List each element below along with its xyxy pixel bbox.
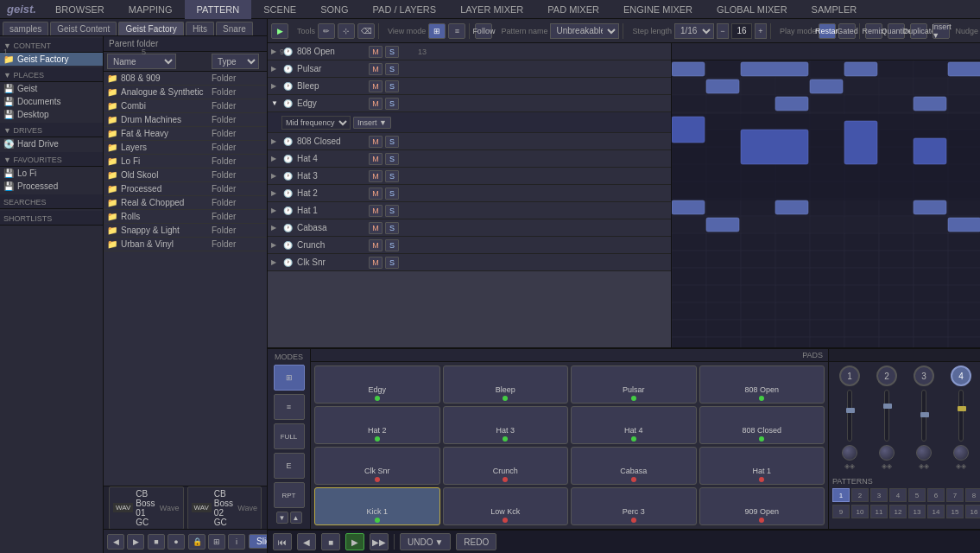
track-expand-icon[interactable]: ▶ (271, 258, 278, 266)
track-expand-icon[interactable]: ▶ (271, 224, 278, 232)
pattern-grid-svg[interactable] (672, 60, 980, 347)
tree-item-desktop[interactable]: 💾 Desktop (0, 108, 103, 121)
pad-clk-snr[interactable]: Clk Snr (314, 447, 440, 485)
solo-btn[interactable]: S (385, 170, 399, 182)
track-expand-icon[interactable]: ▶ (271, 82, 278, 90)
track-expand-icon[interactable]: ▶ (271, 48, 278, 55)
pattern-mini-14[interactable]: 14 (927, 505, 945, 518)
engine-knob-4[interactable] (953, 445, 969, 461)
mid-frequency-select[interactable]: Mid frequency (281, 116, 351, 130)
solo-btn[interactable]: S (385, 136, 399, 148)
info-btn[interactable]: i (228, 534, 245, 550)
pattern-mini-10[interactable]: 10 (851, 505, 869, 518)
pattern-mini-5[interactable]: 5 (908, 488, 926, 502)
nav-pad-mixer[interactable]: PAD MIXER (535, 0, 611, 19)
solo-btn[interactable]: S (385, 98, 399, 110)
tree-item-hard-drive[interactable]: 💽 Hard Drive (0, 137, 103, 150)
follow-btn[interactable]: Follow (475, 23, 492, 39)
pad-808-closed[interactable]: 808 Closed (699, 406, 825, 444)
pad-hat3[interactable]: Hat 3 (443, 406, 569, 444)
undo-btn[interactable]: UNDO ▼ (400, 533, 451, 550)
tab-geist-content[interactable]: Geist Content (50, 22, 117, 35)
nav-back-btn[interactable]: ◀ (107, 534, 124, 550)
transport-fwd-btn[interactable]: ▶▶ (370, 533, 389, 550)
pattern-mini-4[interactable]: 4 (889, 488, 907, 502)
wave-item-2[interactable]: WAV CB Boss 02 GC Wave (187, 486, 262, 530)
pad-bleep[interactable]: Bleep (443, 365, 569, 404)
pad-909-open[interactable]: 909 Open (699, 487, 825, 525)
pad-808-open[interactable]: 808 Open (699, 365, 825, 404)
mode-edit-btn[interactable]: E (274, 453, 305, 479)
wave-item-1[interactable]: WAV CB Boss 01 GC Wave (109, 486, 184, 530)
nav-pad-layers[interactable]: PAD / LAYERS (361, 0, 449, 19)
track-expand-icon[interactable]: ▶ (271, 172, 278, 180)
insert-sub-btn[interactable]: Insert ▼ (353, 117, 391, 129)
pencil-tool[interactable]: ✏ (318, 23, 335, 39)
nav-pattern[interactable]: PATTERN (185, 0, 252, 19)
engine-knob-1[interactable] (842, 445, 857, 461)
engine-fader-3[interactable] (921, 390, 926, 442)
pattern-mini-7[interactable]: 7 (946, 488, 964, 502)
tab-snare[interactable]: Snare (216, 22, 253, 35)
file-row[interactable]: 📁LayersFolder (104, 141, 267, 155)
mute-btn[interactable]: M (369, 170, 383, 182)
step-length-select[interactable]: 1/16 (674, 23, 714, 39)
transport-prev-btn[interactable]: ◀ (297, 533, 316, 550)
step-up-btn[interactable]: ▲ (290, 512, 302, 524)
file-row[interactable]: 📁Drum MachinesFolder (104, 113, 267, 127)
tree-item-geist-factory[interactable]: 📁 Geist Factory (0, 53, 103, 66)
track-expand-icon[interactable]: ▼ (271, 99, 278, 107)
pad-hat2[interactable]: Hat 2 (314, 406, 440, 444)
gated-btn[interactable]: Gated (838, 23, 856, 39)
file-row[interactable]: 📁CombiFolder (104, 99, 267, 113)
track-expand-icon[interactable]: ▶ (271, 241, 278, 249)
nav-layer-mixer[interactable]: LAYER MIXER (448, 0, 535, 19)
pattern-mini-6[interactable]: 6 (927, 488, 945, 502)
pattern-mini-13[interactable]: 13 (908, 505, 926, 518)
pattern-mini-12[interactable]: 12 (889, 505, 907, 518)
pattern-mini-1[interactable]: 1 (832, 488, 850, 502)
solo-btn[interactable]: S (385, 222, 399, 234)
engine-fader-2[interactable] (884, 390, 889, 442)
tab-hits[interactable]: Hits (186, 22, 214, 35)
grid-btn[interactable]: ⊞ (208, 534, 225, 550)
solo-btn[interactable]: S (385, 239, 399, 251)
engine-num-4[interactable]: 4 (951, 365, 971, 386)
engine-num-3[interactable]: 3 (914, 365, 934, 386)
sort-name-select[interactable]: Name (107, 54, 176, 69)
redo-btn[interactable]: REDO (456, 533, 496, 550)
play-btn[interactable]: ▶ (271, 23, 288, 39)
nav-global-mixer[interactable]: GLOBAL MIXER (705, 0, 800, 19)
mute-btn[interactable]: M (369, 205, 383, 217)
erase-tool[interactable]: ⌫ (357, 23, 375, 39)
file-row[interactable]: 📁RollsFolder (104, 210, 267, 224)
mute-btn[interactable]: M (369, 46, 383, 58)
step-increase-btn[interactable]: + (755, 23, 767, 39)
pattern-name-select[interactable]: Unbreakable (550, 23, 619, 39)
mute-btn[interactable]: M (369, 136, 383, 148)
step-decrease-btn[interactable]: − (717, 23, 729, 39)
pad-perc3[interactable]: Perc 3 (571, 487, 697, 525)
nav-scene[interactable]: SCENE (251, 0, 308, 19)
engine-num-2[interactable]: 2 (876, 365, 897, 386)
mute-btn[interactable]: M (369, 222, 383, 234)
file-row[interactable]: 📁808 & 909Folder (104, 72, 267, 86)
solo-btn[interactable]: S (385, 63, 399, 75)
mode-full-btn[interactable]: FULL (274, 423, 305, 449)
nav-browser[interactable]: BROWSER (43, 0, 117, 19)
solo-btn[interactable]: S (385, 257, 399, 269)
nav-mapping[interactable]: MAPPING (117, 0, 185, 19)
pattern-mini-15[interactable]: 15 (946, 505, 964, 518)
insert-btn[interactable]: Insert ▼ (933, 23, 950, 39)
pad-low-kck[interactable]: Low Kck (443, 487, 569, 525)
file-row[interactable]: 📁Snappy & LightFolder (104, 224, 267, 238)
transport-stop-btn[interactable]: ■ (321, 533, 340, 550)
file-row[interactable]: 📁ProcessedFolder (104, 182, 267, 196)
track-expand-icon[interactable]: ▶ (271, 189, 278, 197)
engine-knob-3[interactable] (916, 445, 932, 461)
solo-btn[interactable]: S (385, 46, 399, 58)
pad-cabasa[interactable]: Cabasa (571, 447, 697, 485)
file-row[interactable]: 📁Fat & HeavyFolder (104, 127, 267, 141)
stop-btn[interactable]: ■ (148, 534, 165, 550)
pad-kick1[interactable]: Kick 1 (314, 487, 440, 525)
